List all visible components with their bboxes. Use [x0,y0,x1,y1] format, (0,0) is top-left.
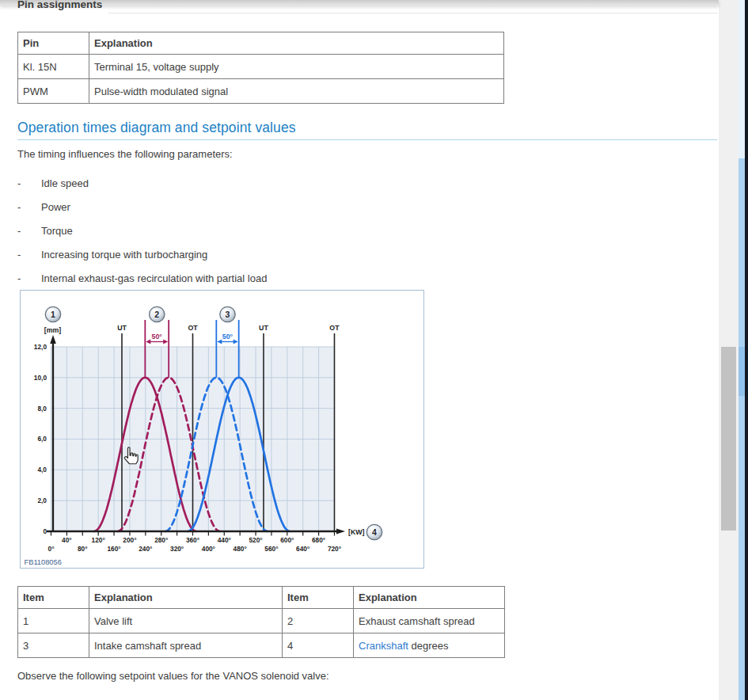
table-cell: PWM [18,79,89,104]
x-tick-label: 280° [154,536,168,544]
crankshaft-link[interactable]: Crankshaft [359,640,408,652]
table-cell: 4 [283,633,354,658]
table-cell: Exhaust camshaft spread [354,609,505,633]
toolbar-bottom-edge [0,0,719,6]
heading-underline [17,139,717,140]
bullet-label: Idle speed [41,177,89,189]
table-cell: Valve lift [89,609,283,633]
bullet-item: -Increasing torque with turbocharging [17,242,698,266]
section-title-operation-times: Operation times diagram and setpoint val… [17,119,296,136]
spread-label: 50° [152,333,163,340]
y-tick-label: 4,0 [37,466,47,474]
x-tick-label: 400° [202,545,215,553]
table-cell: Crankshaft degrees [354,633,505,658]
y-tick-label: 8,0 [37,405,47,413]
table-header-cell: Item [283,587,354,609]
outer-scrollbar-track-top [739,0,745,158]
x-axis-unit: [KW] [348,528,365,536]
pin-assignments-table: PinExplanationKl. 15NTerminal 15, voltag… [17,32,504,104]
bullet-item: -Power [17,195,698,219]
bullet-dash: - [17,225,41,237]
bullet-label: Increasing torque with turbocharging [41,249,207,261]
section-title-rule [108,13,717,13]
table-cell: 1 [18,609,89,633]
marker-label: UT [117,324,127,332]
bullet-label: Internal exhaust-gas recirculation with … [41,272,267,284]
valve-lift-chart: UTOTUTOT50°50°0°40°80°120°160°200°240°28… [21,291,423,568]
window-right-edge [745,0,748,700]
x-tick-label: 440° [218,536,231,544]
operation-times-diagram: UTOTUTOT50°50°0°40°80°120°160°200°240°28… [20,290,424,569]
y-tick-label: 6,0 [37,435,47,443]
table-row: 3Intake camshaft spread4Crankshaft degre… [18,633,505,658]
callout-number: 3 [226,310,230,319]
callout-number: 4 [372,527,377,537]
x-tick-label: 600° [280,536,294,544]
x-tick-label: 120° [92,536,105,544]
table-cell: Pulse-width modulated signal [89,79,504,104]
table-row: PWMPulse-width modulated signal [18,79,504,104]
table-header-row: ItemExplanationItemExplanation [18,587,505,609]
bullet-dash: - [17,272,41,284]
bullet-label: Torque [41,225,73,237]
hand-cursor-icon [120,445,141,469]
x-tick-label: 480° [234,545,247,553]
x-tick-label: 720° [328,545,341,553]
spread-annotations: 50°50° [146,333,237,344]
callout-number: 1 [51,310,55,319]
y-tick-label: 12,0 [34,343,47,351]
outer-scrollbar-thumb[interactable] [739,347,745,396]
x-tick-label: 680° [312,536,325,544]
table-cell: Kl. 15N [18,55,89,79]
bullet-dash: - [17,177,41,189]
x-tick-label: 160° [107,545,120,553]
y-tick-label: 10,0 [34,374,47,382]
table-cell: Terminal 15, voltage supply [89,55,504,79]
x-tick-label: 640° [296,545,309,553]
bullet-dash: - [17,201,41,213]
outer-scrollbar-strip[interactable] [739,158,745,700]
x-tick-label: 560° [264,545,278,553]
parameter-bullet-list: -Idle speed-Power-Torque-Increasing torq… [17,171,698,290]
bullet-label: Power [41,201,70,213]
bullet-item: -Idle speed [17,171,698,195]
y-tick-label: 0 [43,527,47,535]
table-cell: Intake camshaft spread [89,633,283,658]
marker-label: OT [188,324,198,332]
table-cell: 3 [18,633,89,658]
section-title-pin-assignments: Pin assignments [17,0,102,11]
x-tick-label: 0° [48,545,55,553]
x-tick-label: 240° [139,545,152,553]
table-header-cell: Explanation [89,32,504,55]
x-tick-label: 40° [62,536,72,544]
table-row: Kl. 15NTerminal 15, voltage supply [18,55,504,79]
marker-label: OT [329,324,340,332]
x-tick-label: 200° [123,536,136,544]
bullet-item: -Internal exhaust-gas recirculation with… [17,266,698,290]
y-axis-unit: [mm] [44,326,62,334]
table-header-cell: Pin [18,32,89,55]
table-header-cell: Explanation [354,587,505,609]
table-row: 1Valve lift2Exhaust camshaft spread [18,609,505,633]
diagram-legend-table: ItemExplanationItemExplanation1Valve lif… [17,586,505,658]
table-header-row: PinExplanation [18,32,504,55]
x-tick-label: 520° [249,536,262,544]
scrollbar-thumb[interactable] [721,347,736,531]
figure-code: FB1108056 [25,558,62,566]
y-tick-label: 2,0 [37,496,47,504]
table-cell: 2 [283,609,354,633]
marker-label: UT [259,324,268,332]
table-header-cell: Explanation [89,587,283,609]
bullet-item: -Torque [17,219,698,242]
document-page: { "page": { "section1_title": "Pin assig… [0,0,748,700]
x-tick-label: 320° [170,545,184,553]
closing-paragraph: Observe the following setpoint values fo… [17,670,329,683]
table-header-cell: Item [18,587,89,609]
x-tick-label: 360° [186,536,199,544]
callout-number: 2 [154,310,159,319]
spread-label: 50° [222,333,234,340]
x-tick-label: 80° [78,545,88,553]
bullet-dash: - [17,249,41,261]
intro-paragraph: The timing influences the following para… [17,148,233,161]
